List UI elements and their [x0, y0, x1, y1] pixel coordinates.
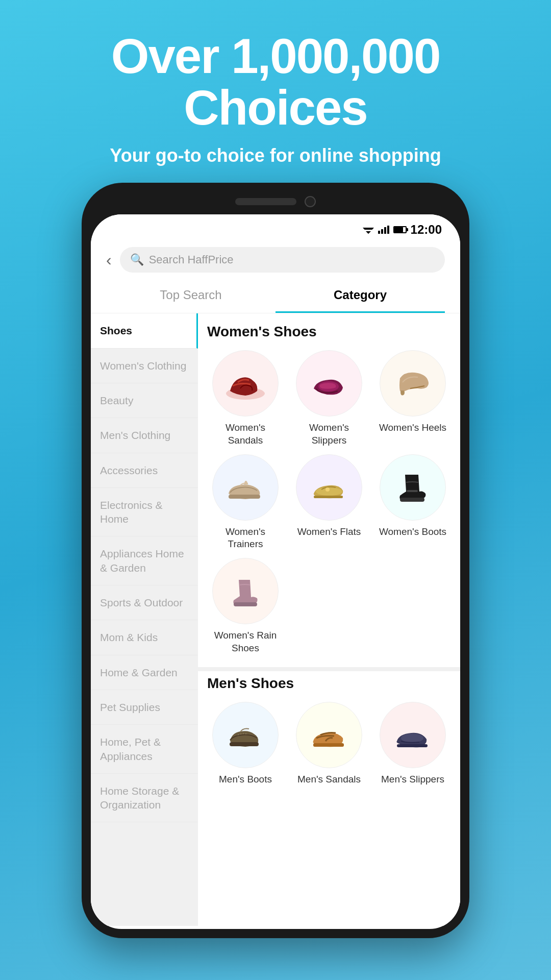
tab-top-search[interactable]: Top Search	[106, 279, 276, 313]
svg-rect-15	[397, 744, 428, 747]
mens-boots-icon	[222, 715, 268, 755]
phone-shell: 12:00 ‹ 🔍 Search HaffPrice Top Search Ca…	[82, 183, 469, 938]
womens-flats-label: Women's Flats	[297, 526, 361, 538]
svg-rect-10	[407, 490, 418, 492]
svg-point-7	[325, 487, 330, 492]
sidebar-item-sports-outdoor[interactable]: Sports & Outdoor	[91, 585, 198, 620]
svg-rect-13	[313, 743, 344, 747]
status-time: 12:00	[411, 223, 442, 237]
status-bar: 12:00	[91, 214, 460, 241]
hero-title: Over 1,000,000 Choices	[20, 31, 531, 134]
womens-shoes-title: Women's Shoes	[207, 324, 451, 340]
item-womens-trainers[interactable]: Women's Trainers	[207, 454, 284, 551]
phone-screen: 12:00 ‹ 🔍 Search HaffPrice Top Search Ca…	[91, 214, 460, 929]
item-womens-rain-shoes[interactable]: Women's Rain Shoes	[207, 558, 284, 654]
womens-rain-shoes-label: Women's Rain Shoes	[207, 629, 284, 654]
item-womens-slippers[interactable]: Women's Slippers	[291, 350, 367, 447]
search-bar[interactable]: 🔍 Search HaffPrice	[120, 247, 445, 273]
top-bar: ‹ 🔍 Search HaffPrice	[91, 241, 460, 279]
mens-sandals-icon	[306, 715, 352, 755]
sidebar-item-home-storage-organization[interactable]: Home Storage & Organization	[91, 774, 198, 823]
item-mens-slippers[interactable]: Men's Slippers	[374, 702, 451, 786]
sidebar-item-mens-clothing[interactable]: Men's Clothing	[91, 418, 198, 453]
womens-slippers-label: Women's Slippers	[291, 422, 367, 447]
womens-sandals-icon	[222, 363, 268, 404]
mens-boots-label: Men's Boots	[219, 773, 272, 786]
item-mens-sandals[interactable]: Men's Sandals	[291, 702, 367, 786]
womens-shoes-grid: Women's Sandals Women's Slippe	[207, 350, 451, 654]
item-circle-mens-sandals	[296, 702, 362, 768]
sidebar: Shoes Women's Clothing Beauty Men's Clot…	[91, 313, 198, 926]
phone-camera	[305, 196, 316, 207]
womens-sandals-label: Women's Sandals	[207, 422, 284, 447]
wifi-icon	[363, 226, 374, 234]
sidebar-item-home-pet-appliances[interactable]: Home, Pet & Appliances	[91, 725, 198, 774]
svg-rect-11	[234, 602, 257, 606]
sidebar-item-pet-supplies[interactable]: Pet Supplies	[91, 690, 198, 725]
phone-speaker	[235, 198, 296, 205]
svg-rect-5	[229, 495, 260, 499]
status-icons: 12:00	[363, 223, 442, 237]
item-circle-womens-sandals	[212, 350, 279, 416]
search-placeholder: Search HaffPrice	[149, 253, 234, 266]
item-womens-boots[interactable]: Women's Boots	[374, 454, 451, 551]
svg-point-14	[401, 733, 423, 743]
battery-icon	[393, 226, 407, 233]
womens-heels-icon	[390, 363, 436, 404]
tab-category[interactable]: Category	[276, 279, 445, 313]
phone-notch	[91, 192, 460, 214]
item-womens-flats[interactable]: Women's Flats	[291, 454, 367, 551]
womens-boots-label: Women's Boots	[379, 526, 446, 538]
mens-sandals-label: Men's Sandals	[297, 773, 361, 786]
section-divider	[198, 667, 460, 671]
womens-heels-label: Women's Heels	[379, 422, 446, 434]
svg-rect-8	[314, 496, 343, 498]
mens-slippers-label: Men's Slippers	[381, 773, 444, 786]
sidebar-item-home-garden[interactable]: Home & Garden	[91, 655, 198, 690]
hero-section: Over 1,000,000 Choices Your go-to choice…	[0, 0, 551, 183]
womens-flats-icon	[306, 467, 352, 508]
svg-rect-12	[230, 742, 259, 746]
hero-subtitle: Your go-to choice for online shopping	[20, 144, 531, 168]
item-circle-womens-flats	[296, 454, 362, 521]
sidebar-item-beauty[interactable]: Beauty	[91, 383, 198, 418]
signal-icon	[378, 226, 389, 234]
mens-shoes-grid: Men's Boots M	[207, 702, 451, 786]
womens-trainers-icon	[222, 467, 268, 508]
womens-slippers-icon	[306, 363, 352, 404]
back-button[interactable]: ‹	[106, 251, 112, 270]
main-content: Shoes Women's Clothing Beauty Men's Clot…	[91, 313, 460, 926]
womens-trainers-label: Women's Trainers	[207, 526, 284, 551]
mens-slippers-icon	[390, 715, 436, 755]
sidebar-item-accessories[interactable]: Accessories	[91, 453, 198, 488]
item-womens-sandals[interactable]: Women's Sandals	[207, 350, 284, 447]
sidebar-item-mom-kids[interactable]: Mom & Kids	[91, 620, 198, 655]
svg-marker-2	[366, 231, 371, 234]
mens-shoes-title: Men's Shoes	[207, 675, 451, 692]
sidebar-item-womens-clothing[interactable]: Women's Clothing	[91, 349, 198, 383]
item-circle-womens-trainers	[212, 454, 279, 521]
item-circle-womens-slippers	[296, 350, 362, 416]
search-icon: 🔍	[130, 253, 144, 266]
item-circle-womens-boots	[380, 454, 446, 521]
womens-boots-icon	[390, 467, 436, 508]
item-circle-mens-slippers	[380, 702, 446, 768]
item-circle-mens-boots	[212, 702, 279, 768]
svg-rect-9	[400, 498, 424, 502]
item-circle-womens-rain-shoes	[212, 558, 279, 624]
item-mens-boots[interactable]: Men's Boots	[207, 702, 284, 786]
sidebar-item-electronics-home[interactable]: Electronics & Home	[91, 488, 198, 537]
sidebar-item-appliances-home-garden[interactable]: Appliances Home & Garden	[91, 536, 198, 585]
item-circle-womens-heels	[380, 350, 446, 416]
womens-rain-shoes-icon	[222, 571, 268, 611]
category-content: Women's Shoes W	[198, 313, 460, 926]
item-womens-heels[interactable]: Women's Heels	[374, 350, 451, 447]
sidebar-item-shoes[interactable]: Shoes	[91, 313, 198, 348]
tab-bar: Top Search Category	[91, 279, 460, 313]
